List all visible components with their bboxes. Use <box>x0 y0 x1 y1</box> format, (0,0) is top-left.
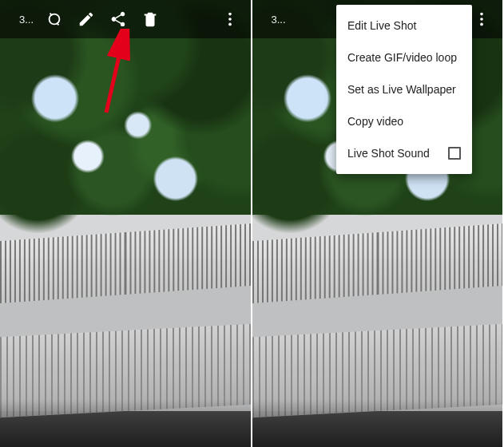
photo-title: 3... <box>272 14 286 26</box>
live-shot-icon[interactable] <box>38 3 70 35</box>
photo-title: 3... <box>19 14 34 26</box>
svg-point-1 <box>228 13 232 16</box>
share-icon[interactable] <box>102 3 134 35</box>
menu-item-label: Copy video <box>347 115 403 128</box>
svg-point-6 <box>480 18 483 21</box>
bottom-gradient <box>0 399 251 447</box>
svg-point-5 <box>480 13 483 16</box>
svg-point-3 <box>228 23 232 26</box>
menu-item-label: Set as Live Wallpaper <box>347 83 456 96</box>
menu-item-label: Edit Live Shot <box>347 19 416 32</box>
bottom-gradient <box>252 399 503 447</box>
menu-item-create-gif[interactable]: Create GIF/video loop <box>336 42 472 73</box>
menu-item-copy-video[interactable]: Copy video <box>336 105 472 137</box>
svg-point-2 <box>228 18 232 21</box>
phone-screen-right: 3... Edit Live Shot Create GIF/video loo… <box>252 0 505 447</box>
phone-screen-left: 3... <box>0 0 252 447</box>
menu-item-label: Live Shot Sound <box>347 147 430 160</box>
menu-item-live-shot-sound[interactable]: Live Shot Sound <box>336 137 472 169</box>
action-bar: 3... <box>0 0 251 38</box>
photo-background <box>0 0 251 447</box>
menu-item-label: Create GIF/video loop <box>347 51 457 64</box>
sound-checkbox[interactable] <box>448 147 461 160</box>
overflow-menu: Edit Live Shot Create GIF/video loop Set… <box>336 5 472 174</box>
menu-item-set-wallpaper[interactable]: Set as Live Wallpaper <box>336 73 472 105</box>
menu-item-edit-live-shot[interactable]: Edit Live Shot <box>336 10 472 42</box>
svg-point-0 <box>50 14 60 25</box>
delete-icon[interactable] <box>134 3 166 35</box>
edit-icon[interactable] <box>70 3 102 35</box>
overflow-menu-icon[interactable] <box>214 3 246 35</box>
svg-point-7 <box>480 23 483 26</box>
